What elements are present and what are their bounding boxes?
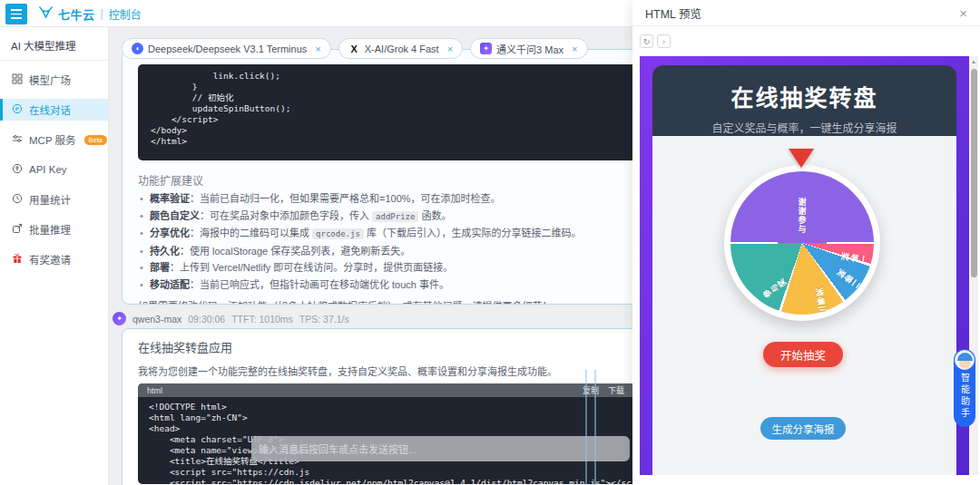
preview-frame: 在线抽奖转盘 自定义奖品与概率，一键生成分享海报 一等奖二等奖三等奖参与奖谢谢参…: [640, 56, 969, 475]
download-code-button[interactable]: 下载: [608, 384, 624, 396]
code-block-html: html 复制 下载 运行 <!DOCTYPE html> <html lang…: [138, 383, 659, 484]
model-tabs: ◖ Deepseek/Deepseek V3.1 Terminus × X X-…: [122, 38, 588, 59]
html-preview-drawer: HTML 预览 × ↻ › 在线抽奖转盘 自定义奖品与概率，一键生成分享海报 一…: [632, 0, 980, 485]
smart-assistant-widget[interactable]: 智能助手: [954, 349, 975, 427]
chat-input-placeholder: 输入消息后按回车或点击发送按钮...: [259, 441, 416, 456]
sidebar-item-label: 批量推理: [29, 222, 71, 237]
code-line: updateSpinButton();: [151, 103, 659, 114]
gift-icon: [12, 253, 23, 266]
code-line: <script src="https://cdn.js: [149, 467, 659, 478]
sidebar-item-label: API Key: [29, 164, 67, 175]
suggestion-item: 概率验证：当前已自动归一化，但如果需要严格总和=100%，可在添加时检查。: [138, 194, 659, 205]
start-draw-button[interactable]: 开始抽奖: [763, 342, 843, 367]
close-tab-icon[interactable]: ×: [447, 44, 453, 54]
beta-badge: Beta: [84, 135, 107, 145]
code-line: <head>: [149, 423, 659, 434]
wheel-segment-label: 谢谢参与: [797, 198, 808, 234]
close-drawer-icon[interactable]: ×: [959, 5, 967, 21]
wheel-segment-label: 三等奖: [813, 286, 829, 315]
suggestion-item: 移动适配：当前已响应式，但指针动画可在移动端优化 touch 事件。: [138, 280, 659, 291]
code-line: </html>: [151, 136, 659, 147]
brand-name: 七牛云: [58, 5, 95, 23]
assistant-message-2: 在线抽奖转盘应用 我将为您创建一个功能完整的在线抽奖转盘，支持自定义奖品、概率设…: [122, 328, 675, 485]
ttft-stat: TTFT: 1010ms: [231, 314, 293, 325]
suggestion-item: 持久化：使用 localStorage 保存奖品列表，避免刷新丢失。: [138, 247, 659, 257]
drawer-title: HTML 预览: [645, 5, 959, 22]
scroll-up-icon[interactable]: ▲: [969, 56, 978, 64]
sliders-icon: [12, 133, 23, 146]
code-line: <html lang="zh-CN">: [149, 412, 659, 423]
code-block-tail: link.click(); } // 初始化 updateSpinButton(…: [138, 64, 659, 160]
sidebar-item-model-plaza[interactable]: 模型广场: [0, 69, 108, 91]
preview-title: 在线抽奖转盘: [652, 80, 956, 112]
grid-icon: [12, 73, 23, 86]
scrollbar-thumb[interactable]: [971, 69, 977, 277]
lottery-wheel[interactable]: 一等奖二等奖三等奖参与奖谢谢参与: [724, 165, 880, 321]
deepseek-icon: ◖: [132, 43, 143, 54]
message-intro: 我将为您创建一个功能完整的在线抽奖转盘，支持自定义奖品、概率设置和分享海报生成功…: [138, 364, 659, 378]
code-line: <script src="https://cdn.jsdelivr.net/np…: [149, 478, 659, 484]
sidebar-item-label: MCP 服务: [29, 132, 76, 147]
open-preview-button[interactable]: ›: [657, 34, 671, 48]
close-tab-icon[interactable]: ×: [572, 44, 577, 54]
chat-area: ◖ Deepseek/Deepseek V3.1 Terminus × X X-…: [109, 27, 690, 485]
tab-label: X-AI/Grok 4 Fast: [365, 44, 439, 54]
model-name: qwen3-max: [132, 314, 181, 325]
suggestion-item: 分享优化：海报中的二维码可以集成 qrcode.js 库（下载后引入），生成实际…: [138, 228, 659, 240]
wheel-segments: 一等奖二等奖三等奖参与奖谢谢参与: [730, 171, 874, 315]
assistant-label: 智能助手: [958, 373, 972, 420]
assistant-avatar: [955, 350, 975, 370]
sidebar-item-api-key[interactable]: API Key: [0, 159, 108, 180]
suggestion-item: 部署：上传到 Vercel/Netlify 即可在线访问。分享时，提供页面链接。: [138, 263, 659, 274]
sidebar-item-label: 模型广场: [29, 73, 71, 87]
wheel-segment-label: 参与奖: [760, 276, 789, 301]
sidebar: AI 大模型推理 模型广场 在线对话 MCP 服务 Beta API Key 用…: [0, 27, 109, 485]
code-line: </script>: [151, 114, 659, 125]
code-line: <!DOCTYPE html>: [149, 402, 659, 412]
console-label: 控制台: [109, 6, 142, 22]
qiniu-bull-icon: [39, 5, 53, 22]
chat-input[interactable]: 输入消息后按回车或点击发送按钮...: [251, 436, 630, 461]
message-meta: ✦ qwen3-max 09:30:06 TTFT: 1010ms TPS: 3…: [113, 312, 349, 325]
code-block-header: html 复制 下载 运行: [138, 383, 659, 397]
key-icon: [12, 163, 23, 176]
close-tab-icon[interactable]: ×: [315, 44, 320, 54]
tab-deepseek[interactable]: ◖ Deepseek/Deepseek V3.1 Terminus ×: [122, 38, 331, 59]
suggestion-item: 颜色自定义：可在奖品对象中添加颜色字段，传入 addPrize 函数。: [138, 211, 659, 223]
sidebar-item-usage-stats[interactable]: 用量统计: [0, 189, 108, 210]
divider-line: [585, 370, 587, 485]
drawer-header: HTML 预览 ×: [632, 0, 980, 26]
sidebar-section-title: AI 大模型推理: [0, 27, 108, 61]
sidebar-item-label: 有奖邀请: [29, 252, 71, 267]
preview-hero: 在线抽奖转盘 自定义奖品与概率，一键生成分享海报: [652, 65, 956, 136]
clock-icon: [12, 193, 23, 206]
generate-poster-button[interactable]: 生成分享海报: [760, 417, 846, 440]
tab-grok[interactable]: X X-AI/Grok 4 Fast ×: [338, 38, 463, 59]
code-line: }: [151, 82, 659, 92]
wheel-segment-label: 一等奖: [839, 250, 868, 267]
divider-line: [594, 370, 596, 485]
closing-line: 如果需要修改代码、添加功能（如多人抽奖或数据库后端），或有其他问题，请提供更多细…: [138, 298, 659, 305]
qwen-avatar-icon: ✦: [113, 312, 126, 325]
hamburger-menu-icon[interactable]: [5, 4, 27, 24]
app-root: 七牛云 | 控制台 AI 大模型推理 模型广场 在线对话 MCP 服务 Beta…: [0, 0, 980, 485]
code-line: link.click();: [151, 71, 659, 82]
sidebar-item-rewards-invite[interactable]: 有奖邀请: [0, 248, 108, 270]
refresh-preview-button[interactable]: ↻: [640, 34, 653, 48]
sidebar-item-label: 用量统计: [29, 192, 71, 207]
code-language-label: html: [147, 386, 573, 395]
code-line: </body>: [151, 125, 659, 136]
sidebar-item-online-chat[interactable]: 在线对话: [0, 99, 108, 121]
sidebar-item-mcp[interactable]: MCP 服务 Beta: [0, 129, 108, 150]
brand-separator: |: [101, 7, 103, 20]
brand[interactable]: 七牛云 | 控制台: [39, 0, 142, 27]
tongyi-icon: ✦: [480, 43, 492, 54]
tab-label: 通义千问3 Max: [496, 42, 564, 56]
tab-qwen[interactable]: ✦ 通义千问3 Max ×: [470, 38, 587, 59]
sidebar-item-batch-inference[interactable]: 批量推理: [0, 218, 108, 240]
sidebar-item-label: 在线对话: [29, 102, 71, 117]
tps-stat: TPS: 37.1/s: [299, 314, 349, 325]
batch-export-icon: [12, 223, 23, 236]
suggestions-title: 功能扩展建议: [138, 172, 659, 188]
assistant-message-1: link.click(); } // 初始化 updateSpinButton(…: [122, 49, 675, 305]
